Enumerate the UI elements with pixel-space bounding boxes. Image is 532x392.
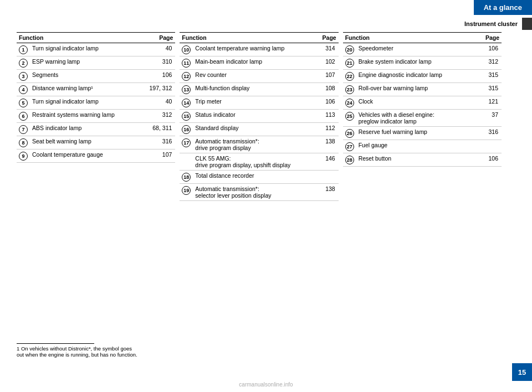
left-table: Function Page 1 Turn signal indicator la… [17, 32, 175, 163]
row-icon: 15 [180, 110, 193, 123]
row-function: Turn signal indicator lamp [30, 43, 140, 56]
row-icon: 24 [343, 96, 356, 110]
row-icon: 6 [17, 110, 30, 123]
row-icon: 5 [17, 96, 30, 110]
row-page: 312 [140, 110, 175, 123]
row-icon: 7 [17, 123, 30, 136]
row-page: 315 [477, 70, 502, 83]
row-function: Reset button [356, 153, 477, 167]
row-page: 40 [140, 96, 175, 110]
right-col-page: Page [477, 33, 502, 43]
row-icon: 20 [343, 43, 356, 56]
row-function: Automatic transmission*:drive program di… [193, 136, 316, 153]
row-function: Automatic transmission*:selector lever p… [193, 184, 316, 201]
row-function: Coolant temperature gauge [30, 149, 140, 163]
table-row: 10 Coolant temperature warning lamp 314 [180, 43, 338, 56]
row-function: Restraint systems warning lamp [30, 110, 140, 123]
row-icon: 3 [17, 70, 30, 83]
row-page: 106 [477, 43, 502, 56]
table-row: 21 Brake system indicator lamp 312 [343, 56, 502, 70]
row-icon: 17 [180, 153, 193, 171]
row-icon: 11 [180, 56, 193, 70]
left-table-section: Function Page 1 Turn signal indicator la… [17, 32, 175, 359]
footnote: 1 On vehicles without Distronic*, the sy… [17, 343, 139, 358]
subheader-text: Instrument cluster [464, 20, 522, 27]
right-col-function: Function [343, 33, 477, 43]
row-page: 312 [477, 56, 502, 70]
row-function: Coolant temperature warning lamp [193, 43, 316, 56]
row-function: Reserve fuel warning lamp [356, 127, 477, 140]
subheader-bar [522, 18, 532, 30]
row-function: Clock [356, 96, 477, 110]
table-row: 1 Turn signal indicator lamp 40 [17, 43, 175, 56]
row-page: 112 [316, 123, 339, 136]
row-function: Fuel gauge [356, 140, 477, 153]
row-icon: 1 [17, 43, 30, 56]
row-page: 106 [316, 96, 339, 110]
table-row: 25 Vehicles with a diesel engine:preglow… [343, 110, 502, 127]
table-row: 12 Rev counter 107 [180, 70, 338, 83]
row-page: 146 [316, 153, 339, 171]
header-title: At a glance [474, 0, 532, 15]
table-row: 19 Automatic transmission*:selector leve… [180, 184, 338, 201]
row-icon: 28 [343, 153, 356, 167]
table-row: 11 Main-beam indicator lamp 102 [180, 56, 338, 70]
row-icon: 17 [180, 136, 193, 153]
table-row: 24 Clock 121 [343, 96, 502, 110]
table-row: 17 Automatic transmission*:drive program… [180, 136, 338, 153]
row-function: Speedometer [356, 43, 477, 56]
right-table: Function Page 20 Speedometer 106 21 Brak… [343, 32, 502, 167]
row-page: 106 [140, 70, 175, 83]
middle-table: Function Page 10 Coolant temperature war… [180, 32, 338, 201]
page-number: 15 [512, 363, 532, 381]
footnote-divider [17, 343, 94, 344]
row-icon: 13 [180, 83, 193, 96]
table-row: 28 Reset button 106 [343, 153, 502, 167]
row-function: Total distance recorder [193, 171, 316, 184]
row-icon: 21 [343, 56, 356, 70]
row-function: Distance warning lamp¹ [30, 83, 140, 96]
watermark: carmanualsonline.info [239, 381, 293, 388]
row-function: Standard display [193, 123, 316, 136]
row-page: 138 [316, 136, 339, 153]
row-page: 121 [477, 96, 502, 110]
middle-col-page: Page [316, 33, 339, 43]
table-row: 3 Segments 106 [17, 70, 175, 83]
row-icon: 26 [343, 127, 356, 140]
row-icon: 10 [180, 43, 193, 56]
table-row: 13 Multi-function display 108 [180, 83, 338, 96]
middle-col-function: Function [180, 33, 316, 43]
row-icon: 25 [343, 110, 356, 127]
row-icon: 2 [17, 56, 30, 70]
row-page: 37 [477, 110, 502, 127]
row-icon: 23 [343, 83, 356, 96]
row-page: 107 [140, 149, 175, 163]
row-function: Main-beam indicator lamp [193, 56, 316, 70]
table-row: 27 Fuel gauge [343, 140, 502, 153]
left-col-page: Page [140, 33, 175, 43]
row-function: Roll-over bar warning lamp [356, 83, 477, 96]
row-icon: 19 [180, 184, 193, 201]
row-page: 314 [316, 43, 339, 56]
row-page: 68, 311 [140, 123, 175, 136]
table-row: 20 Speedometer 106 [343, 43, 502, 56]
table-row: 9 Coolant temperature gauge 107 [17, 149, 175, 163]
right-table-section: Function Page 20 Speedometer 106 21 Brak… [343, 32, 502, 359]
table-row: 5 Turn signal indicator lamp 40 [17, 96, 175, 110]
row-icon: 16 [180, 123, 193, 136]
row-icon: 14 [180, 96, 193, 110]
row-function: CLK 55 AMG:drive program display, upshif… [193, 153, 316, 171]
row-function: ESP warning lamp [30, 56, 140, 70]
row-page: 113 [316, 110, 339, 123]
row-function: Engine diagnostic indicator lamp [356, 70, 477, 83]
row-function: Status indicator [193, 110, 316, 123]
row-function: Seat belt warning lamp [30, 136, 140, 149]
table-row: 26 Reserve fuel warning lamp 316 [343, 127, 502, 140]
table-row: 4 Distance warning lamp¹ 197, 312 [17, 83, 175, 96]
row-page: 108 [316, 83, 339, 96]
row-page [316, 171, 339, 184]
table-row: 7 ABS indicator lamp 68, 311 [17, 123, 175, 136]
footnote-text: 1 On vehicles without Distronic*, the sy… [17, 345, 137, 358]
row-icon: 18 [180, 171, 193, 184]
row-page: 315 [477, 83, 502, 96]
